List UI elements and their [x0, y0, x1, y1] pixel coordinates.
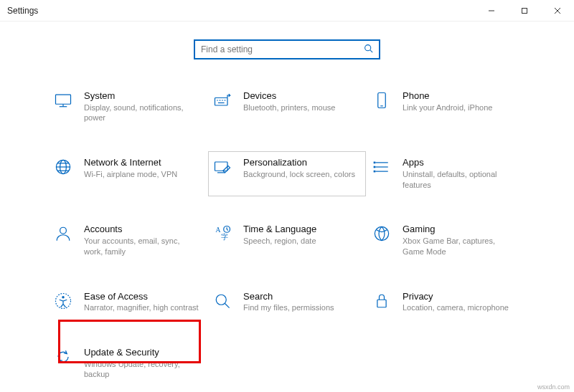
svg-point-30 — [60, 228, 67, 234]
tile-label: Personalization — [243, 156, 355, 169]
svg-text:字: 字 — [221, 233, 228, 241]
svg-rect-41 — [377, 300, 386, 307]
svg-rect-9 — [215, 98, 228, 106]
tile-label: Devices — [243, 90, 335, 102]
close-button[interactable] — [541, 0, 574, 21]
svg-rect-29 — [374, 171, 376, 173]
tile-desc: Wi-Fi, airplane mode, VPN — [84, 169, 177, 180]
window-controls — [475, 0, 574, 21]
tile-desc: Xbox Game Bar, captures, Game Mode — [403, 236, 517, 257]
tile-search[interactable]: Search Find my files, permissions — [208, 285, 366, 320]
tile-personalization[interactable]: Personalization Background, lock screen,… — [208, 151, 366, 196]
person-icon — [51, 221, 75, 246]
tile-label: Search — [243, 290, 334, 303]
svg-rect-27 — [374, 162, 376, 164]
tile-label: Time & Language — [243, 223, 316, 236]
svg-rect-1 — [522, 8, 527, 13]
svg-rect-6 — [56, 95, 71, 104]
tile-label: Update & Security — [84, 346, 199, 359]
tile-accounts[interactable]: Accounts Your accounts, email, sync, wor… — [49, 218, 207, 263]
tile-label: Phone — [403, 90, 492, 102]
svg-line-35 — [227, 229, 228, 231]
monitor-icon — [51, 88, 75, 113]
tile-phone[interactable]: Phone Link your Android, iPhone — [367, 85, 525, 130]
tile-desc: Windows Update, recovery, backup — [84, 359, 199, 381]
tile-label: Ease of Access — [84, 290, 199, 303]
tile-desc: Speech, region, date — [243, 236, 316, 247]
tile-update-security[interactable]: Update & Security Windows Update, recove… — [49, 341, 207, 386]
window-title: Settings — [7, 6, 38, 16]
tile-label: Accounts — [84, 223, 199, 236]
search-box[interactable] — [194, 39, 380, 59]
tile-desc: Background, lock screen, colors — [243, 169, 355, 180]
tile-label: Network & Internet — [84, 156, 177, 169]
titlebar: Settings — [0, 0, 574, 21]
svg-text:A: A — [215, 226, 220, 234]
tile-desc: Narrator, magnifier, high contrast — [84, 302, 199, 313]
maximize-button[interactable] — [508, 0, 541, 21]
minimize-button[interactable] — [475, 0, 508, 21]
tile-desc: Location, camera, microphone — [403, 302, 509, 313]
keyboard-icon — [210, 88, 235, 113]
time-language-icon: A字 — [210, 221, 235, 246]
tile-devices[interactable]: Devices Bluetooth, printers, mouse — [208, 85, 366, 130]
tile-desc: Display, sound, notifications, power — [84, 102, 199, 124]
svg-point-36 — [375, 227, 388, 241]
watermark: wsxdn.com — [537, 383, 570, 391]
lock-icon — [370, 289, 394, 313]
tile-desc: Find my files, permissions — [243, 302, 334, 313]
tile-desc: Uninstall, defaults, optional features — [403, 169, 517, 191]
tile-ease-of-access[interactable]: Ease of Access Narrator, magnifier, high… — [49, 285, 207, 320]
svg-line-5 — [370, 50, 372, 52]
svg-rect-28 — [374, 166, 376, 168]
svg-rect-22 — [215, 162, 228, 171]
phone-icon — [370, 88, 394, 113]
svg-point-39 — [216, 295, 226, 305]
search-icon — [364, 44, 373, 55]
search-input[interactable] — [201, 44, 364, 54]
globe-icon — [51, 155, 75, 179]
apps-icon — [370, 155, 394, 179]
tile-label: Apps — [403, 156, 517, 169]
tile-system[interactable]: System Display, sound, notifications, po… — [49, 85, 207, 130]
tile-privacy[interactable]: Privacy Location, camera, microphone — [367, 285, 525, 320]
accessibility-icon — [51, 289, 75, 313]
tile-gaming[interactable]: Gaming Xbox Game Bar, captures, Game Mod… — [367, 218, 525, 263]
tile-label: System — [84, 90, 199, 102]
tile-desc: Link your Android, iPhone — [403, 102, 492, 113]
tile-label: Gaming — [403, 223, 517, 236]
search-container — [0, 39, 574, 59]
svg-point-38 — [62, 296, 65, 299]
tile-desc: Bluetooth, printers, mouse — [243, 102, 335, 113]
tile-label: Privacy — [403, 290, 509, 303]
tile-apps[interactable]: Apps Uninstall, defaults, optional featu… — [367, 151, 525, 196]
update-icon — [51, 345, 75, 369]
tile-desc: Your accounts, email, sync, work, family — [84, 236, 199, 257]
tile-time-language[interactable]: A字 Time & Language Speech, region, date — [208, 218, 366, 263]
search-icon — [210, 289, 235, 313]
tile-network[interactable]: Network & Internet Wi-Fi, airplane mode,… — [49, 151, 207, 196]
personalization-icon — [210, 155, 235, 179]
svg-line-40 — [225, 303, 230, 307]
settings-grid: System Display, sound, notifications, po… — [0, 85, 574, 386]
svg-point-4 — [365, 45, 371, 51]
content-area: System Display, sound, notifications, po… — [0, 21, 574, 386]
gaming-icon — [370, 221, 394, 246]
